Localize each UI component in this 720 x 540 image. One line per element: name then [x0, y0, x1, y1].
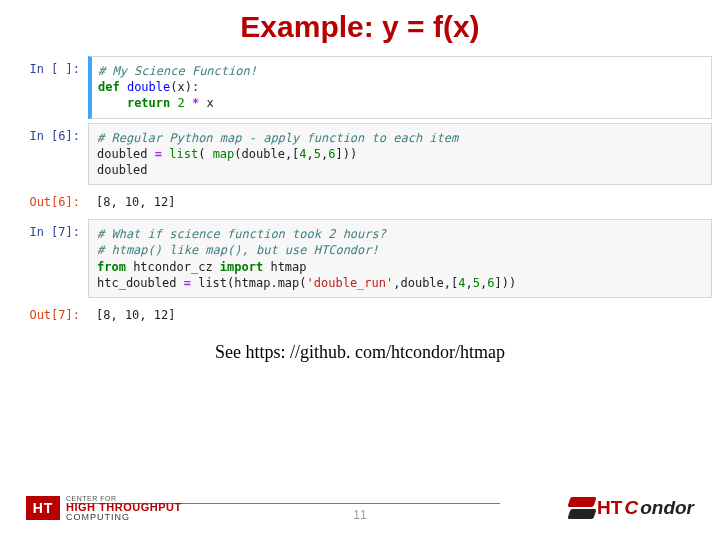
kw-from: from	[97, 260, 126, 274]
eq: =	[184, 276, 191, 290]
rhs-a: list(htmap.map(	[191, 276, 307, 290]
n2: 5	[473, 276, 480, 290]
comment: # Regular Python map - apply function to…	[97, 131, 458, 145]
slide-title: Example: y = f(x)	[0, 0, 720, 52]
op-mul: *	[192, 96, 199, 110]
chtc-badge: HT	[26, 496, 60, 520]
close: ]))	[494, 276, 516, 290]
close: ]))	[336, 147, 358, 161]
n2: 5	[314, 147, 321, 161]
prompt-out-7: Out[7]:	[8, 302, 88, 322]
footer: HT CENTER FOR HIGH THROUGHPUT COMPUTING …	[0, 482, 720, 540]
chtc-line3: COMPUTING	[66, 513, 182, 522]
code-in-6: # Regular Python map - apply function to…	[88, 123, 712, 186]
notebook-cells: In [ ]: # My Science Function! def doubl…	[0, 56, 720, 328]
output-7: [8, 10, 12]	[88, 302, 712, 328]
cell-in-6: In [6]: # Regular Python map - apply fun…	[8, 123, 712, 186]
lhs: doubled	[97, 147, 155, 161]
cell-out-7: Out[7]: [8, 10, 12]	[8, 302, 712, 328]
n1: 4	[458, 276, 465, 290]
logo-htcondor: HTCondor	[569, 497, 694, 519]
comment-2: # htmap() like map(), but use HTCondor!	[97, 243, 379, 257]
chtc-line2: HIGH THROUGHPUT	[66, 502, 182, 513]
prompt-out-6: Out[6]:	[8, 189, 88, 209]
cell-in-blank: In [ ]: # My Science Function! def doubl…	[8, 56, 712, 119]
comment-1: # What if science function took 2 hours?	[97, 227, 386, 241]
footer-link-text: See https: //github. com/htcondor/htmap	[0, 342, 720, 363]
fn-name: double	[127, 80, 170, 94]
prompt-in-6: In [6]:	[8, 123, 88, 143]
code-in-7: # What if science function took 2 hours?…	[88, 219, 712, 298]
kw-return: return	[127, 96, 170, 110]
c1: ,	[466, 276, 473, 290]
var-x: x	[206, 96, 213, 110]
echo: doubled	[97, 163, 148, 177]
imp: htmap	[263, 260, 306, 274]
comment: # My Science Function!	[98, 64, 257, 78]
lhs: htc_doubled	[97, 276, 184, 290]
code-in-blank: # My Science Function! def double(x): re…	[88, 56, 712, 119]
htcondor-mark-icon	[569, 497, 595, 519]
bi-map: map	[213, 147, 235, 161]
output-6: [8, 10, 12]	[88, 189, 712, 215]
logo-chtc: HT CENTER FOR HIGH THROUGHPUT COMPUTING	[26, 495, 182, 522]
htcondor-rest: ondor	[640, 497, 694, 519]
kw-def: def	[98, 80, 120, 94]
prompt-in-blank: In [ ]:	[8, 56, 88, 76]
prompt-in-7: In [7]:	[8, 219, 88, 239]
fn-sig: (x):	[170, 80, 199, 94]
cell-out-6: Out[6]: [8, 10, 12]	[8, 189, 712, 215]
htcondor-ht: HT	[597, 497, 622, 519]
kw-import: import	[220, 260, 263, 274]
str: 'double_run'	[307, 276, 394, 290]
args: (double,[	[234, 147, 299, 161]
rhs-b: ,double,[	[393, 276, 458, 290]
cell-in-7: In [7]: # What if science function took …	[8, 219, 712, 298]
open: (	[198, 147, 212, 161]
bi-list: list	[169, 147, 198, 161]
n3: 6	[328, 147, 335, 161]
eq: =	[155, 147, 162, 161]
num-2: 2	[178, 96, 185, 110]
chtc-text: CENTER FOR HIGH THROUGHPUT COMPUTING	[66, 495, 182, 522]
htcondor-c: C	[624, 497, 638, 519]
n1: 4	[299, 147, 306, 161]
mod: htcondor_cz	[126, 260, 220, 274]
c1: ,	[307, 147, 314, 161]
